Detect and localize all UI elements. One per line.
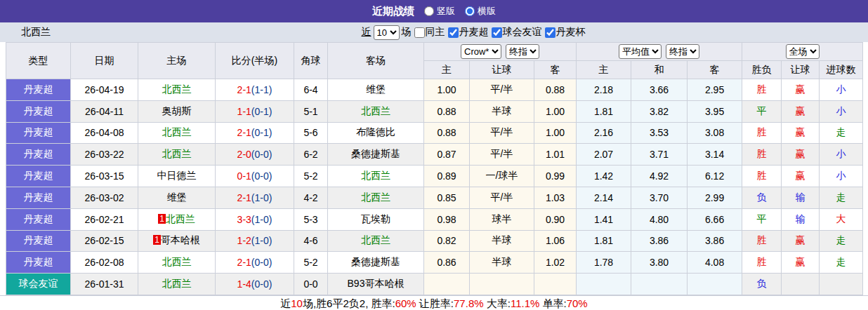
match-date: 26-04-08 [71, 122, 138, 144]
result-handicap: 赢 [782, 122, 820, 144]
bookmaker-select[interactable]: Crow* [461, 44, 501, 59]
subheader-ah-home: 主 [424, 61, 470, 79]
eu-draw-odds: 3.66 [631, 79, 688, 101]
eu-draw-odds: 3.70 [631, 187, 688, 208]
team-name: 北西兰 [21, 26, 51, 39]
same-home-label: 同主 [426, 26, 445, 39]
eu-home-odds: 2.16 [577, 122, 631, 144]
eu-home-odds: 1.42 [577, 166, 631, 187]
result-wdl: 胜 [742, 79, 782, 101]
ah-line: 半球 [470, 100, 534, 122]
home-team: 中日德兰 [157, 170, 197, 181]
halftime-score: (0-0) [251, 170, 272, 182]
average-select[interactable]: 平均值 [619, 44, 662, 59]
league-badge: 丹麦超 [6, 100, 71, 122]
result-wdl: 胜 [742, 252, 782, 274]
away-team-cell: 北西兰 [328, 100, 424, 122]
eu-home-odds: 1.81 [577, 100, 631, 122]
games-label: 场 [402, 26, 412, 39]
eu-home-odds: 1.78 [577, 252, 631, 274]
near-link[interactable]: 近 [362, 26, 371, 39]
vertical-radio[interactable] [424, 6, 434, 16]
result-handicap [782, 274, 820, 295]
ah-home-odds: 0.88 [424, 100, 470, 122]
header-corner: 角球 [294, 43, 328, 79]
home-team: 北西兰 [166, 213, 195, 224]
match-date: 26-03-15 [71, 166, 138, 187]
result-wdl: 胜 [742, 144, 782, 166]
away-team: 维堡 [366, 83, 386, 95]
ah-line: 平/半 [470, 79, 534, 101]
friendly-checkbox[interactable] [492, 27, 502, 38]
eu-away-odds [688, 274, 742, 295]
halftime-score: (0-0) [251, 149, 272, 160]
ah-home-odds: 0.88 [424, 122, 470, 144]
subheader-ah-away: 客 [534, 61, 577, 79]
table-row: 丹麦超 26-02-21 1北西兰 3-3(1-0) 5-3 瓦埃勒 0.98 … [6, 208, 863, 230]
away-team-cell: 桑德捷斯基 [328, 252, 424, 274]
home-team: 哥本哈根 [161, 234, 200, 245]
ah-away-odds: 1.03 [534, 187, 577, 208]
table-row: 丹麦超 26-04-11 奥胡斯 1-1(0-1) 5-1 北西兰 0.88 半… [6, 100, 863, 122]
away-team: 布隆德比 [356, 126, 395, 137]
eu-draw-odds: 3.86 [631, 230, 688, 252]
eu-home-odds: 2.07 [577, 144, 631, 166]
match-count-select[interactable]: 10 [374, 25, 400, 40]
ah-home-odds: 0.98 [424, 208, 470, 230]
score-cell: 2-1(0-0) [216, 252, 294, 274]
ah-line: 平/半 [470, 122, 534, 144]
ah-away-odds: 0.88 [534, 79, 577, 101]
home-team: 北西兰 [162, 83, 192, 95]
home-team-cell: 北西兰 [138, 252, 216, 274]
subheader-eu-away: 客 [688, 61, 742, 79]
cup-checkbox[interactable] [545, 27, 555, 38]
ah-away-odds: 0.90 [534, 208, 577, 230]
summary-part: 场,胜6平2负2, 胜率: [303, 297, 395, 309]
result-goals: 小 [820, 100, 863, 122]
ah-away-odds [534, 274, 577, 295]
matches-table: 类型 日期 主场 比分(半场) 角球 客场 Crow*终指 平均值终指 全场 主… [6, 42, 863, 295]
away-team-cell: 北西兰 [328, 187, 424, 208]
result-wdl: 胜 [742, 166, 782, 187]
home-team-cell: 北西兰 [138, 122, 216, 144]
league-badge: 丹麦超 [6, 144, 71, 166]
superliga-checkbox[interactable] [448, 27, 459, 38]
fulltime-score: 1-1 [237, 106, 251, 117]
ah-home-odds [424, 274, 470, 295]
fulltime-score: 2-1 [237, 257, 251, 268]
away-team-cell: 维堡 [328, 79, 424, 101]
summary-part: 大率: [484, 297, 511, 309]
match-date: 26-04-19 [71, 79, 138, 101]
table-row: 丹麦超 26-03-22 北西兰 2-0(0-0) 6-2 桑德捷斯基 0.87… [6, 144, 863, 166]
bookmaker-index-select[interactable]: 终指 [506, 44, 539, 59]
home-team: 奥胡斯 [162, 105, 192, 116]
table-row: 丹麦超 26-02-08 北西兰 2-1(0-0) 5-2 桑德捷斯基 0.86… [6, 252, 863, 274]
horizontal-radio[interactable] [465, 6, 475, 16]
home-team-cell: 中日德兰 [138, 166, 216, 187]
summary-part: 单率: [539, 297, 566, 309]
result-goals: 走 [820, 252, 863, 274]
score-cell: 1-1(0-1) [216, 100, 294, 122]
summary-part: 70% [567, 297, 588, 309]
subheader-goals: 进球数 [820, 61, 863, 79]
layout-horizontal-option[interactable]: 横版 [465, 5, 496, 18]
eu-away-odds: 6.66 [688, 208, 742, 230]
home-team-cell: 北西兰 [138, 144, 216, 166]
table-row: 丹麦超 26-03-02 维堡 2-1(1-0) 4-2 北西兰 0.85 平/… [6, 187, 863, 208]
average-selects-cell: 平均值终指 [577, 43, 742, 61]
halftime-score: (1-0) [251, 235, 272, 246]
rank-badge: 1 [153, 235, 161, 245]
table-row: 丹麦超 26-02-15 1哥本哈根 1-2(1-0) 4-6 北西兰 0.82… [6, 230, 863, 252]
corner-score: 4-2 [294, 187, 328, 208]
home-team-cell: 1北西兰 [138, 208, 216, 230]
scope-select-cell: 全场 [742, 43, 863, 61]
eu-away-odds: 3.14 [688, 144, 742, 166]
average-index-select[interactable]: 终指 [666, 44, 699, 59]
home-team: 北西兰 [162, 126, 192, 137]
scope-select[interactable]: 全场 [786, 44, 820, 59]
away-team: 桑德捷斯基 [351, 148, 400, 159]
same-home-checkbox[interactable] [414, 27, 425, 38]
layout-vertical-option[interactable]: 竖版 [424, 5, 455, 18]
subheader-eu-draw: 和 [631, 61, 688, 79]
eu-away-odds: 6.12 [688, 166, 742, 187]
